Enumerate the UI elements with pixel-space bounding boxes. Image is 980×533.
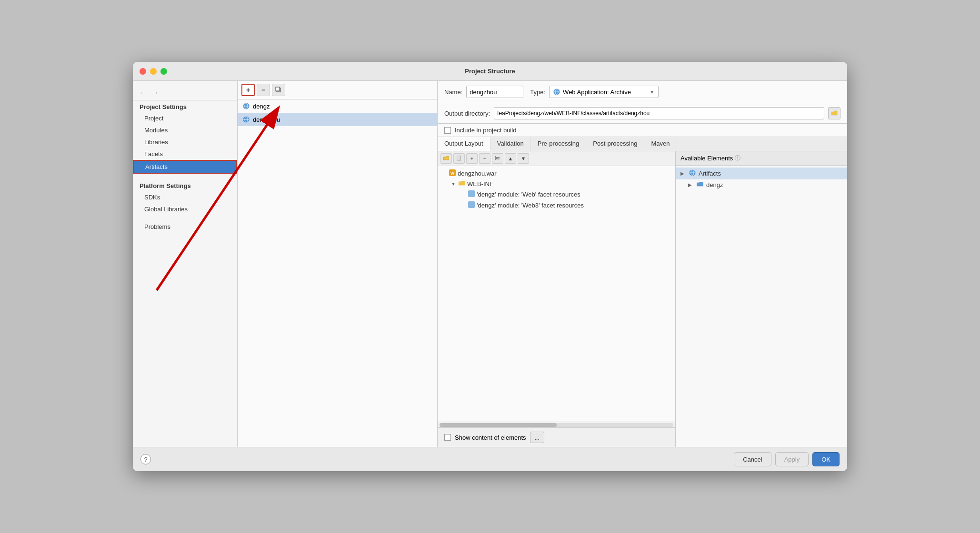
sidebar-item-facets[interactable]: Facets bbox=[133, 148, 237, 160]
copy-artifact-button[interactable] bbox=[272, 84, 285, 96]
sidebar-item-problems[interactable]: Problems bbox=[133, 221, 237, 233]
output-dir-input[interactable] bbox=[494, 107, 824, 119]
window-controls bbox=[140, 68, 167, 75]
artifact-label-2: dengzhou bbox=[253, 116, 280, 123]
sidebar-item-modules[interactable]: Modules bbox=[133, 124, 237, 136]
svg-rect-1 bbox=[276, 87, 280, 91]
remove-artifact-button[interactable]: − bbox=[257, 84, 270, 96]
tab-post-processing[interactable]: Post-processing bbox=[586, 137, 644, 151]
sidebar: ← → Project Settings Project Modules Lib… bbox=[133, 81, 238, 447]
svg-rect-11 bbox=[457, 156, 460, 161]
tree-item-webinf: ▼ WEB-INF bbox=[438, 179, 675, 189]
layout-toolbar: + − ▲ ▼ bbox=[438, 151, 675, 166]
apply-button[interactable]: Apply bbox=[775, 452, 809, 466]
maximize-button[interactable] bbox=[160, 68, 167, 75]
sidebar-item-sdks[interactable]: SDKs bbox=[133, 191, 237, 203]
title-bar: Project Structure bbox=[133, 62, 847, 81]
back-arrow[interactable]: ← bbox=[140, 89, 147, 97]
layout-btn-remove[interactable]: − bbox=[479, 153, 490, 164]
available-elements-panel: Available Elements ⓘ ▶ Artifacts bbox=[676, 151, 847, 447]
platform-settings-header: Platform Settings bbox=[133, 179, 237, 191]
help-button[interactable]: ? bbox=[140, 454, 151, 464]
tree-item-web3-facet: 'dengz' module: 'Web3' facet resources bbox=[438, 200, 675, 211]
avail-expand-icon-2[interactable]: ▶ bbox=[688, 182, 694, 188]
artifact-item-dengzhou[interactable]: dengzhou bbox=[238, 113, 437, 126]
name-label: Name: bbox=[444, 89, 462, 96]
show-content-checkbox[interactable] bbox=[444, 434, 451, 441]
nav-back-fwd: ← → bbox=[133, 86, 237, 100]
tabs-row: Output Layout Validation Pre-processing … bbox=[438, 137, 847, 151]
tree-item-label-3: 'dengz' module: 'Web' facet resources bbox=[477, 191, 580, 198]
footer-left: ? bbox=[140, 454, 151, 464]
folder-icon bbox=[459, 180, 465, 188]
type-value: Web Application: Archive bbox=[563, 89, 631, 96]
svg-rect-18 bbox=[468, 201, 475, 208]
avail-item-dengz[interactable]: ▶ dengz bbox=[676, 179, 847, 190]
layout-left: + − ▲ ▼ W bbox=[438, 151, 676, 447]
layout-btn-down[interactable]: ▼ bbox=[518, 153, 529, 164]
dengz-folder-icon bbox=[697, 181, 703, 188]
ok-button[interactable]: OK bbox=[812, 452, 840, 466]
layout-btn-add[interactable]: + bbox=[466, 153, 478, 164]
artifact-item-dengz[interactable]: dengz bbox=[238, 99, 437, 113]
tree-item-label: dengzhou.war bbox=[458, 170, 497, 177]
tree-item-web-facet: 'dengz' module: 'Web' facet resources bbox=[438, 189, 675, 200]
avail-label-dengz: dengz bbox=[706, 181, 723, 188]
cancel-button[interactable]: Cancel bbox=[734, 452, 771, 466]
avail-expand-icon[interactable]: ▶ bbox=[680, 171, 686, 176]
output-dir-row: Output directory: bbox=[438, 103, 847, 124]
type-label: Type: bbox=[530, 89, 545, 96]
available-elements-header: Available Elements ⓘ bbox=[676, 151, 847, 166]
layout-btn-file[interactable] bbox=[453, 153, 465, 164]
module-icon bbox=[468, 190, 475, 198]
show-content-options-button[interactable]: ... bbox=[530, 432, 544, 443]
center-panel: + − dengz dengzhou bbox=[238, 81, 438, 447]
tree-item-label-4: 'dengz' module: 'Web3' facet resources bbox=[477, 202, 584, 209]
tab-pre-processing[interactable]: Pre-processing bbox=[531, 137, 586, 151]
horizontal-scrollbar[interactable] bbox=[438, 422, 675, 427]
avail-item-artifacts[interactable]: ▶ Artifacts bbox=[676, 168, 847, 179]
svg-text:W: W bbox=[450, 171, 454, 176]
show-content-label: Show content of elements bbox=[455, 434, 526, 441]
browse-folder-button[interactable] bbox=[828, 107, 840, 119]
forward-arrow[interactable]: → bbox=[151, 89, 159, 97]
sidebar-item-artifacts[interactable]: Artifacts bbox=[133, 160, 237, 174]
name-field-row: Name: bbox=[444, 86, 523, 98]
available-elements-label: Available Elements bbox=[680, 155, 733, 162]
footer-right: Cancel Apply OK bbox=[734, 452, 840, 466]
tab-output-layout[interactable]: Output Layout bbox=[438, 137, 490, 151]
avail-label-artifacts: Artifacts bbox=[699, 170, 721, 177]
artifact-web-icon bbox=[242, 102, 250, 110]
layout-tree: W dengzhou.war ▼ WEB-INF bbox=[438, 166, 675, 422]
layout-btn-folder[interactable] bbox=[440, 153, 452, 164]
expand-icon-2[interactable]: ▼ bbox=[451, 181, 457, 187]
dialog-title: Project Structure bbox=[465, 68, 515, 75]
name-input[interactable] bbox=[466, 86, 523, 98]
type-field-row: Type: Web Application: Archive ▼ bbox=[530, 86, 659, 98]
tree-item-label-2: WEB-INF bbox=[467, 180, 493, 188]
sidebar-item-project[interactable]: Project bbox=[133, 112, 237, 124]
show-content-row: Show content of elements ... bbox=[444, 432, 669, 443]
tab-validation[interactable]: Validation bbox=[490, 137, 531, 151]
project-structure-dialog: Project Structure ← → Project Settings P… bbox=[133, 62, 847, 471]
tree-item-war: W dengzhou.war bbox=[438, 168, 675, 179]
close-button[interactable] bbox=[140, 68, 146, 75]
main-content: ← → Project Settings Project Modules Lib… bbox=[133, 81, 847, 447]
help-icon[interactable]: ⓘ bbox=[735, 154, 740, 162]
layout-btn-sort[interactable] bbox=[492, 153, 503, 164]
layout-btn-up[interactable]: ▲ bbox=[505, 153, 516, 164]
include-checkbox[interactable] bbox=[444, 127, 451, 134]
sidebar-item-libraries[interactable]: Libraries bbox=[133, 136, 237, 148]
artifact-label: dengz bbox=[253, 103, 270, 110]
add-artifact-button[interactable]: + bbox=[241, 84, 255, 96]
chevron-down-icon: ▼ bbox=[650, 89, 654, 95]
minimize-button[interactable] bbox=[150, 68, 157, 75]
center-toolbar: + − bbox=[238, 81, 437, 99]
war-icon: W bbox=[449, 169, 456, 178]
module-icon-2 bbox=[468, 201, 475, 209]
tab-maven[interactable]: Maven bbox=[644, 137, 677, 151]
project-settings-header: Project Settings bbox=[133, 100, 237, 112]
include-row: Include in project build bbox=[438, 124, 847, 137]
type-select[interactable]: Web Application: Archive ▼ bbox=[549, 86, 659, 98]
sidebar-item-global-libraries[interactable]: Global Libraries bbox=[133, 203, 237, 215]
